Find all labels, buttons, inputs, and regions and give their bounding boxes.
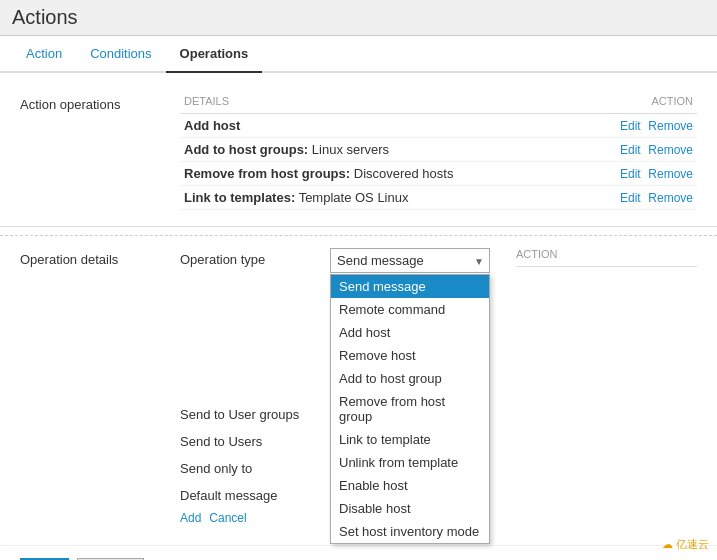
dropdown-item[interactable]: Link to template — [331, 428, 489, 451]
operation-details-section: Operation details Operation type Send me… — [0, 235, 717, 533]
dropdown-item[interactable]: Add host — [331, 321, 489, 344]
operation-action-cell: Edit Remove — [580, 162, 697, 186]
watermark-text: 亿速云 — [676, 538, 709, 550]
operations-table: DETAILS ACTION Add hostEdit RemoveAdd to… — [180, 93, 697, 210]
send-only-to-label: Send only to — [180, 457, 330, 476]
bottom-buttons: Add Cancel — [0, 545, 717, 560]
operation-type-select[interactable]: Send messageRemote commandAdd hostRemove… — [330, 248, 490, 273]
action-operations-section: Action operations DETAILS ACTION Add hos… — [0, 85, 717, 218]
operation-type-row: Operation type Send messageRemote comman… — [180, 248, 500, 273]
operation-action-cell: Edit Remove — [580, 186, 697, 210]
remove-link[interactable]: Remove — [648, 191, 693, 205]
edit-link[interactable]: Edit — [620, 191, 641, 205]
dropdown-item[interactable]: Remove from host group — [331, 390, 489, 428]
default-message-label: Default message — [180, 484, 330, 503]
table-row: Add to host groups: Linux serversEdit Re… — [180, 138, 697, 162]
edit-link[interactable]: Edit — [620, 119, 641, 133]
main-content: Action Conditions Operations Action oper… — [0, 36, 717, 560]
action-operations-label: Action operations — [20, 93, 180, 210]
operation-type-dropdown[interactable]: Send messageRemote commandAdd hostRemove… — [330, 274, 490, 544]
tab-conditions[interactable]: Conditions — [76, 36, 165, 73]
dropdown-item[interactable]: Set host inventory mode — [331, 520, 489, 543]
send-to-users-label: Send to Users — [180, 430, 330, 449]
cancel-link[interactable]: Cancel — [209, 511, 246, 525]
action-operations-body: DETAILS ACTION Add hostEdit RemoveAdd to… — [180, 93, 697, 210]
detail-block: Operation type Send messageRemote comman… — [180, 248, 697, 525]
edit-link[interactable]: Edit — [620, 143, 641, 157]
operation-details-label: Operation details — [20, 248, 180, 525]
operation-type-control: Send messageRemote commandAdd hostRemove… — [330, 248, 490, 273]
tabs-bar: Action Conditions Operations — [0, 36, 717, 73]
add-link[interactable]: Add — [180, 511, 201, 525]
remove-link[interactable]: Remove — [648, 119, 693, 133]
dropdown-item[interactable]: Remote command — [331, 298, 489, 321]
dropdown-item[interactable]: Enable host — [331, 474, 489, 497]
watermark: ☁ 亿速云 — [662, 537, 709, 552]
dropdown-item[interactable]: Remove host — [331, 344, 489, 367]
operation-action-cell: Edit Remove — [580, 138, 697, 162]
left-form: Operation type Send messageRemote comman… — [180, 248, 500, 525]
table-row: Remove from host groups: Discovered host… — [180, 162, 697, 186]
dropdown-item[interactable]: Unlink from template — [331, 451, 489, 474]
operation-details-body: Operation type Send messageRemote comman… — [180, 248, 697, 525]
remove-link[interactable]: Remove — [648, 167, 693, 181]
right-action: ACTION — [500, 248, 697, 525]
operation-type-label: Operation type — [180, 248, 330, 267]
dropdown-item[interactable]: Add to host group — [331, 367, 489, 390]
right-action-header: ACTION — [516, 248, 697, 267]
page-header: Actions — [0, 0, 717, 36]
table-row: Link to templates: Template OS LinuxEdit… — [180, 186, 697, 210]
action-header: ACTION — [580, 93, 697, 114]
details-header: DETAILS — [180, 93, 580, 114]
table-row: Add hostEdit Remove — [180, 114, 697, 138]
tab-action[interactable]: Action — [12, 36, 76, 73]
tab-operations[interactable]: Operations — [166, 36, 263, 73]
remove-link[interactable]: Remove — [648, 143, 693, 157]
edit-link[interactable]: Edit — [620, 167, 641, 181]
dropdown-item[interactable]: Disable host — [331, 497, 489, 520]
operation-detail-cell: Remove from host groups: Discovered host… — [180, 162, 580, 186]
operation-type-select-wrapper[interactable]: Send messageRemote commandAdd hostRemove… — [330, 248, 490, 273]
operation-detail-cell: Add to host groups: Linux servers — [180, 138, 580, 162]
operation-detail-cell: Link to templates: Template OS Linux — [180, 186, 580, 210]
watermark-icon: ☁ — [662, 538, 673, 550]
operation-detail-cell: Add host — [180, 114, 580, 138]
content-area: Action operations DETAILS ACTION Add hos… — [0, 73, 717, 545]
send-to-user-groups-label: Send to User groups — [180, 403, 330, 422]
operation-action-cell: Edit Remove — [580, 114, 697, 138]
page-title: Actions — [12, 6, 705, 29]
dropdown-item[interactable]: Send message — [331, 275, 489, 298]
